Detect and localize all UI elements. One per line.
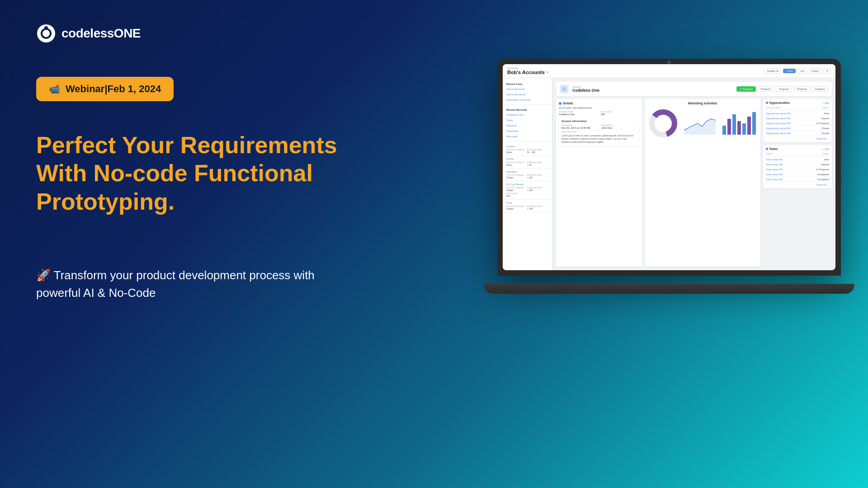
opp-col-status: Status: [823, 106, 829, 109]
laptop-base: [484, 284, 854, 294]
opp-status-3: In Progress: [816, 122, 829, 125]
bar-chart: [721, 112, 758, 135]
sidebar-national[interactable]: National: [503, 123, 552, 128]
sidebar-divider-2: [503, 141, 552, 141]
record-name-ez[interactable]: EZ Car Rental: [506, 183, 548, 186]
list-button[interactable]: List: [797, 68, 807, 74]
refresh-button[interactable]: ↺: [823, 68, 831, 74]
sidebar-codeless-one[interactable]: Codeless One: [503, 112, 552, 117]
crm-title: Bob's Accounts ▼: [507, 70, 549, 75]
account-name-val: Codeless One: [559, 113, 597, 116]
opportunities-header: Opportunities + Add: [766, 101, 829, 104]
sidebar-anns-accounts[interactable]: Ann's Accounts: [503, 86, 552, 92]
record-name-ford[interactable]: Ford: [506, 202, 548, 204]
record-name-national[interactable]: National: [506, 170, 548, 173]
opportunities-title: Opportunities: [766, 101, 790, 104]
bar-2: [727, 119, 731, 135]
laptop-body: Accounts Bob's Accounts ▼ Display as + N…: [497, 59, 841, 276]
task-status-1: New: [824, 158, 829, 161]
bar-6: [747, 117, 751, 135]
charts-row: [647, 108, 758, 139]
task-status-4: Completed: [817, 173, 829, 176]
task-col-status: Status: [823, 152, 829, 155]
crm-title-text: Bob's Accounts: [507, 70, 545, 75]
task-name-5[interactable]: Task name 005: [766, 178, 783, 181]
task-name-4[interactable]: Task name 004: [766, 173, 783, 176]
camera-icon: 📹: [49, 84, 60, 94]
sidebar-tesla[interactable]: Tesla: [503, 117, 552, 123]
account-name-field: Account name Codeless One: [559, 110, 597, 116]
task-col-name: Name: [766, 152, 772, 155]
progress-btn-1[interactable]: ✓ Progress: [736, 86, 756, 92]
sidebar-enterprise-accounts[interactable]: Enterprise Accounts: [503, 97, 552, 103]
long-text-label: Long text issue: [561, 130, 637, 133]
progress-buttons: ✓ Progress Progress Progress Progress Pr…: [736, 86, 828, 92]
progress-btn-2[interactable]: Progress: [758, 86, 774, 92]
opp-name-3[interactable]: Opportunity name 003: [766, 122, 790, 125]
crm-header: Accounts Bob's Accounts ▼ Display as + N…: [503, 64, 835, 78]
donut-chart: [647, 108, 679, 139]
record-card-national: National Account Category Golden Employe…: [503, 169, 552, 181]
task-name-1[interactable]: Task name 001: [766, 158, 783, 161]
opp-col-name: Account name: [766, 106, 780, 109]
opportunities-panel: Opportunities + Add Account name Status: [763, 99, 832, 142]
display-as-button[interactable]: Display as: [764, 68, 781, 74]
created-on-val: Nov 02, 2021 at 10:36 AM: [561, 127, 597, 129]
task-row-1: Task name 001 New: [766, 157, 829, 162]
opportunities-add-btn[interactable]: + Add: [823, 102, 829, 104]
system-title: System information: [561, 120, 637, 122]
task-name-2[interactable]: Task name 002: [766, 163, 783, 166]
crm-app: Accounts Bob's Accounts ▼ Display as + N…: [503, 64, 835, 270]
detail-row-account: Account name Codeless One Account ID 005: [559, 110, 639, 116]
record-card-nypd: NYPD Account Category Silver Employee Si…: [503, 156, 552, 169]
opp-name-5[interactable]: Opportunity name 005: [766, 132, 790, 135]
charts-button[interactable]: Charts: [809, 68, 821, 74]
sidebar-facebook[interactable]: Facebook: [503, 128, 552, 134]
logo-text: codelessONE: [61, 26, 141, 41]
progress-btn-3[interactable]: Progress: [776, 86, 792, 92]
opp-name-1[interactable]: Opportunity name 001: [766, 112, 790, 115]
system-panel: System information Created on Nov 02, 20…: [559, 117, 639, 146]
tasks-add-btn[interactable]: + Add: [823, 148, 829, 150]
task-status-2: Started: [821, 163, 829, 166]
opp-row-2: Opportunity name 002 Started: [766, 116, 829, 121]
crm-title-arrow: ▼: [546, 71, 549, 74]
opp-show-all[interactable]: Show All →: [766, 137, 829, 140]
line-chart: [682, 112, 718, 135]
sidebar-active-accounts[interactable]: Active Accounts: [503, 92, 552, 97]
record-name-nypd[interactable]: NYPD: [506, 158, 548, 160]
content-row: Details Account information Account name…: [556, 99, 832, 267]
created-by-val: John Doe: [601, 127, 637, 129]
opportunities-table-header: Account name Status: [766, 106, 829, 110]
sidebar-divider-1: [503, 104, 552, 105]
laptop-container: Accounts Bob's Accounts ▼ Display as + N…: [497, 59, 841, 294]
crm-header-actions: Display as + New List Charts ↺: [764, 68, 831, 74]
webinar-badge[interactable]: 📹 Webinar|Feb 1, 2024: [36, 77, 174, 101]
task-name-3[interactable]: Task name 003: [766, 168, 783, 171]
task-status-3: In Progress: [816, 168, 829, 171]
right-panel: Opportunities + Add Account name Status: [763, 99, 832, 267]
account-id-val: 005: [601, 113, 639, 116]
bar-7: [752, 112, 756, 135]
crm-body: Recent Lists Ann's Accounts Active Accou…: [503, 78, 835, 270]
tasks-panel: Tasks + Add Name Status: [763, 145, 832, 188]
opp-name-4[interactable]: Opportunity name 004: [766, 127, 790, 130]
account-header-card: C Account Codeless One ✓ Progress Progre…: [556, 82, 832, 96]
crm-sidebar: Recent Lists Ann's Accounts Active Accou…: [503, 78, 552, 270]
opp-name-2[interactable]: Opportunity name 002: [766, 117, 790, 120]
progress-btn-4[interactable]: Progress: [794, 86, 810, 92]
recent-records-title: Recent Records: [503, 107, 552, 112]
created-on-field: Created on Nov 02, 2021 at 10:36 AM: [561, 124, 597, 129]
logo-area: codelessONE: [36, 23, 141, 43]
bar-1: [722, 126, 726, 135]
opportunities-title-text: Opportunities: [769, 101, 790, 104]
details-panel: Details Account information Account name…: [556, 99, 642, 267]
created-by-field: Created by John Doe: [601, 124, 637, 129]
tasks-show-all[interactable]: Show All →: [766, 183, 829, 186]
sidebar-microsoft[interactable]: Microsoft: [503, 134, 552, 139]
progress-btn-5[interactable]: Progress: [812, 86, 828, 92]
details-title: Details: [559, 102, 639, 105]
record-name-golden[interactable]: Golden: [506, 145, 548, 148]
record-card-ez: EZ Car Rental Account Category Golden Em…: [503, 181, 552, 200]
new-button[interactable]: + New: [783, 69, 796, 73]
